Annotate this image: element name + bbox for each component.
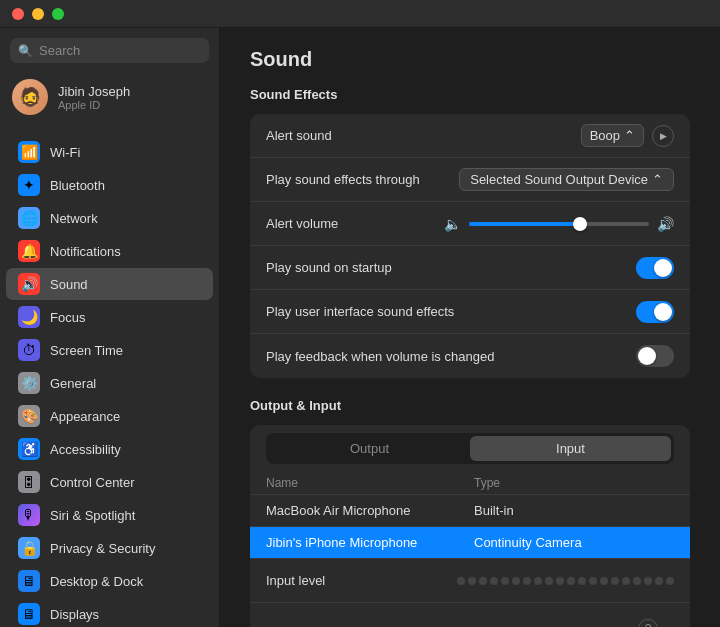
general-icon: ⚙️: [18, 372, 40, 394]
ui-sounds-label: Play user interface sound effects: [266, 304, 454, 319]
sidebar-item-label-notifications: Notifications: [50, 244, 121, 259]
sidebar-item-controlcenter[interactable]: 🎛Control Center: [6, 466, 213, 498]
maximize-button[interactable]: [52, 8, 64, 20]
feedback-volume-toggle[interactable]: [636, 345, 674, 367]
slider-thumb[interactable]: [573, 217, 587, 231]
sidebar-item-accessibility[interactable]: ♿Accessibility: [6, 433, 213, 465]
search-icon: 🔍: [18, 44, 33, 58]
play-through-chevron: ⌃: [652, 172, 663, 187]
slider-track[interactable]: [469, 222, 649, 226]
table-row[interactable]: MacBook Air Microphone Built-in: [250, 495, 690, 527]
accessibility-icon: ♿: [18, 438, 40, 460]
ui-sounds-toggle-knob: [654, 303, 672, 321]
sidebar-item-bluetooth[interactable]: ✦Bluetooth: [6, 169, 213, 201]
sidebar-item-network[interactable]: 🌐Network: [6, 202, 213, 234]
tab-output[interactable]: Output: [269, 436, 470, 461]
alert-volume-row: Alert volume 🔈 🔊: [250, 202, 690, 246]
input-level-label: Input level: [266, 573, 325, 588]
sidebar-item-displays[interactable]: 🖥Displays: [6, 598, 213, 627]
level-dot-4: [501, 577, 509, 585]
level-dot-12: [589, 577, 597, 585]
sound-effects-title: Sound Effects: [250, 87, 690, 102]
app-body: 🔍 Search 🧔 Jibin Joseph Apple ID 📶Wi-Fi✦…: [0, 28, 720, 627]
sidebar-item-notifications[interactable]: 🔔Notifications: [6, 235, 213, 267]
play-startup-toggle-knob: [654, 259, 672, 277]
siri-icon: 🎙: [18, 504, 40, 526]
volume-low-icon: 🔈: [444, 216, 461, 232]
level-dot-13: [600, 577, 608, 585]
tab-input[interactable]: Input: [470, 436, 671, 461]
sidebar-item-label-siri: Siri & Spotlight: [50, 508, 135, 523]
output-input-group: Output Input Name Type MacBook Air Micro…: [250, 425, 690, 627]
sidebar-item-label-controlcenter: Control Center: [50, 475, 135, 490]
play-startup-toggle[interactable]: [636, 257, 674, 279]
play-through-value: Selected Sound Output Device: [470, 172, 648, 187]
privacy-icon: 🔒: [18, 537, 40, 559]
alert-sound-play-button[interactable]: ▶: [652, 125, 674, 147]
level-dot-10: [567, 577, 575, 585]
sidebar-item-privacy[interactable]: 🔒Privacy & Security: [6, 532, 213, 564]
sidebar-item-label-privacy: Privacy & Security: [50, 541, 155, 556]
play-through-row: Play sound effects through Selected Soun…: [250, 158, 690, 202]
level-dot-9: [556, 577, 564, 585]
header-name: Name: [266, 476, 474, 490]
sidebar-item-label-wifi: Wi-Fi: [50, 145, 80, 160]
alert-volume-label: Alert volume: [266, 216, 338, 231]
user-profile[interactable]: 🧔 Jibin Joseph Apple ID: [0, 71, 219, 123]
feedback-volume-toggle-knob: [638, 347, 656, 365]
sidebar-item-label-bluetooth: Bluetooth: [50, 178, 105, 193]
search-input[interactable]: Search: [39, 43, 80, 58]
sidebar-item-sound[interactable]: 🔊Sound: [6, 268, 213, 300]
level-dot-11: [578, 577, 586, 585]
sidebar-item-label-screentime: Screen Time: [50, 343, 123, 358]
output-input-tabs: Output Input: [266, 433, 674, 464]
alert-volume-slider[interactable]: 🔈 🔊: [444, 216, 674, 232]
device-name: MacBook Air Microphone: [266, 503, 474, 518]
sidebar-item-general[interactable]: ⚙️General: [6, 367, 213, 399]
alert-sound-value: Boop: [590, 128, 620, 143]
sidebar-items-container: 📶Wi-Fi✦Bluetooth🌐Network🔔Notifications🔊S…: [0, 135, 219, 627]
sidebar-item-wifi[interactable]: 📶Wi-Fi: [6, 136, 213, 168]
play-through-dropdown[interactable]: Selected Sound Output Device ⌃: [459, 168, 674, 191]
content-area: Sound Sound Effects Alert sound Boop ⌃ ▶…: [220, 28, 720, 627]
feedback-volume-row: Play feedback when volume is changed: [250, 334, 690, 378]
sidebar-item-label-focus: Focus: [50, 310, 85, 325]
screentime-icon: ⏱: [18, 339, 40, 361]
ui-sounds-toggle[interactable]: [636, 301, 674, 323]
minimize-button[interactable]: [32, 8, 44, 20]
sidebar-item-label-appearance: Appearance: [50, 409, 120, 424]
desktop-icon: 🖥: [18, 570, 40, 592]
play-startup-label: Play sound on startup: [266, 260, 392, 275]
sidebar: 🔍 Search 🧔 Jibin Joseph Apple ID 📶Wi-Fi✦…: [0, 28, 220, 627]
sidebar-item-label-sound: Sound: [50, 277, 88, 292]
level-dot-2: [479, 577, 487, 585]
bluetooth-icon: ✦: [18, 174, 40, 196]
sidebar-item-desktop[interactable]: 🖥Desktop & Dock: [6, 565, 213, 597]
close-button[interactable]: [12, 8, 24, 20]
table-row[interactable]: Jibin's iPhone Microphone Continuity Cam…: [250, 527, 690, 559]
sidebar-item-label-network: Network: [50, 211, 98, 226]
slider-fill: [469, 222, 577, 226]
search-bar[interactable]: 🔍 Search: [10, 38, 209, 63]
appearance-icon: 🎨: [18, 405, 40, 427]
level-dot-5: [512, 577, 520, 585]
alert-sound-row: Alert sound Boop ⌃ ▶: [250, 114, 690, 158]
sidebar-item-label-general: General: [50, 376, 96, 391]
titlebar: [0, 0, 720, 28]
sidebar-item-siri[interactable]: 🎙Siri & Spotlight: [6, 499, 213, 531]
sidebar-item-focus[interactable]: 🌙Focus: [6, 301, 213, 333]
level-dot-3: [490, 577, 498, 585]
sidebar-item-appearance[interactable]: 🎨Appearance: [6, 400, 213, 432]
level-dot-0: [457, 577, 465, 585]
sound-effects-group: Alert sound Boop ⌃ ▶ Play sound effects …: [250, 114, 690, 378]
play-through-control: Selected Sound Output Device ⌃: [459, 168, 674, 191]
sidebar-item-screentime[interactable]: ⏱Screen Time: [6, 334, 213, 366]
help-button[interactable]: ?: [638, 619, 658, 627]
alert-sound-dropdown[interactable]: Boop ⌃: [581, 124, 644, 147]
page-title: Sound: [250, 48, 690, 71]
user-info: Jibin Joseph Apple ID: [58, 84, 130, 111]
network-icon: 🌐: [18, 207, 40, 229]
level-dot-8: [545, 577, 553, 585]
level-dot-16: [633, 577, 641, 585]
level-dot-7: [534, 577, 542, 585]
